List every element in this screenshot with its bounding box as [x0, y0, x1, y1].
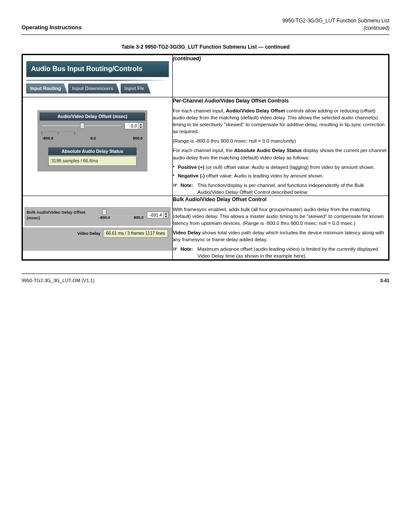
- row3-note: ☞ Note: Maximum advance offset (audio le…: [173, 246, 388, 259]
- bulk-slider[interactable]: [98, 210, 144, 214]
- row3-body2: Video Delay shows total video path delay…: [173, 229, 388, 243]
- abs-status-value: 3198 samples / 66.6ms: [48, 156, 137, 166]
- bulk-input[interactable]: -691.4 ▲ ▼: [147, 212, 168, 218]
- tab-input-downmixers[interactable]: Input Downmixers: [68, 84, 119, 93]
- bulk-spin-down[interactable]: ▼: [164, 215, 168, 218]
- video-delay-value: 66.61 ms / 3 frames 1117 lines: [103, 229, 168, 238]
- table-caption: Table 3-2 9950-TG2-3G/3G_LUT Function Su…: [22, 44, 389, 51]
- tick-max: 800.0: [133, 136, 143, 141]
- tick-mid: 0.0: [90, 136, 96, 141]
- bottom-rule: [22, 274, 389, 274]
- pointing-hand-icon: ☞: [173, 246, 179, 252]
- panel-title: Audio Bus Input Routing/Controls: [26, 61, 169, 77]
- cell-bulk-controls: Bulk Audio/Video Delay Offset (msec) -80…: [22, 196, 173, 260]
- tab-input-routing[interactable]: Input Routing: [26, 84, 67, 93]
- abs-status-header: Absolute Audio Delay Status: [48, 147, 137, 156]
- row3-title: Bulk Audio/Video Delay Offset Control: [173, 196, 388, 203]
- cell-bulk-text: Bulk Audio/Video Delay Offset Control Wi…: [172, 196, 389, 260]
- header-right-cont: (continued): [282, 25, 389, 32]
- video-delay-label: Video Delay: [77, 230, 100, 236]
- footer-right: 3-41: [380, 277, 389, 284]
- tick-min: -800.0: [42, 136, 53, 141]
- row2-bullet-1: • Negative (-) offset value: Audio is le…: [173, 172, 388, 179]
- panel-underline: [26, 80, 169, 81]
- tabs: Input Routing Input Downmixers Input Fle: [26, 84, 169, 93]
- av-offset-header: Audio/Video Delay Offset (msec): [40, 112, 145, 121]
- cell-per-channel-text: Per-Channel Audio/Video Delay Offset Con…: [172, 97, 389, 196]
- bulk-spin-up[interactable]: ▲: [164, 212, 168, 215]
- av-offset-spin-down[interactable]: ▼: [139, 126, 143, 129]
- cell-row1-text: (continued): [172, 55, 389, 97]
- tab-input-fle[interactable]: Input Fle: [121, 84, 151, 93]
- av-offset-slider[interactable]: [41, 124, 122, 128]
- row2-body2: For each channel input, the Absolute Aud…: [173, 147, 388, 161]
- av-offset-input[interactable]: 0.0 ▲ ▼: [125, 122, 143, 129]
- footer-left: 9950-TG2-3G_3G_LUT-OM (V1.1): [22, 277, 94, 284]
- cell-per-channel-controls: Audio/Video Delay Offset (msec) 0.0 ▲ ▼ …: [22, 97, 173, 196]
- row1-continued: (continued): [173, 55, 388, 62]
- bulk-tick-min: -800.0: [99, 215, 110, 221]
- top-rule: [22, 34, 389, 35]
- cell-panel-header: Audio Bus Input Routing/Controls Input R…: [22, 55, 173, 97]
- bulk-value: -691.4: [147, 212, 163, 218]
- row2-note: ☞ Note: This function/display is per-cha…: [173, 182, 388, 196]
- av-offset-block: Audio/Video Delay Offset (msec) 0.0 ▲ ▼ …: [37, 110, 147, 171]
- slider-ticks: | ' ' ' ' ' ' ' ' ' | ' ' ' ' ' ' ' ' ' …: [41, 130, 143, 135]
- av-offset-value: 0.0: [125, 123, 138, 129]
- bulk-label: Bulk Audio/Video Delay Offset (msec): [27, 209, 96, 221]
- row2-body1: For each channel input, Audio/Video Dela…: [173, 107, 388, 135]
- header-right-product: 9950-TG2-3G/3G_LUT Function Submenu List: [282, 17, 389, 25]
- main-table: Audio Bus Input Routing/Controls Input R…: [22, 54, 389, 261]
- header-left: Operating Instructions: [22, 24, 81, 31]
- row2-title: Per-Channel Audio/Video Delay Offset Con…: [173, 97, 388, 105]
- pointing-hand-icon: ☞: [173, 182, 179, 189]
- row2-range: (Range is -800.0 thru 800.0 msec; null =…: [173, 137, 388, 144]
- bulk-tick-max: 800.0: [134, 215, 143, 221]
- av-offset-spin-up[interactable]: ▲: [139, 123, 143, 126]
- row3-body1: With framesync enabled, adds bulk (all f…: [173, 206, 388, 227]
- row2-bullet-0: • Positive (+) (or null) offset value: A…: [173, 164, 388, 171]
